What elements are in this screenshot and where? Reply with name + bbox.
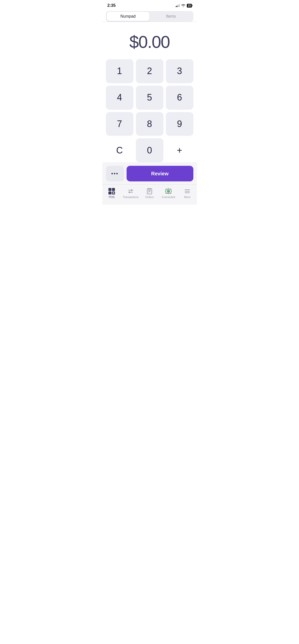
key-6[interactable]: 6 (166, 86, 193, 110)
key-0[interactable]: 0 (136, 138, 163, 162)
key-4[interactable]: 4 (106, 86, 133, 110)
key-plus[interactable]: + (166, 138, 193, 162)
key-2[interactable]: 2 (136, 59, 163, 83)
wifi-icon (181, 4, 185, 7)
nav-label-orders: Orders (145, 196, 154, 199)
key-3[interactable]: 3 (166, 59, 193, 83)
numpad-row-2: 4 5 6 (106, 86, 193, 110)
numpad-row-3: 7 8 9 (106, 112, 193, 136)
numpad-row-1: 1 2 3 (106, 59, 193, 83)
key-1[interactable]: 1 (106, 59, 133, 83)
more-icon (184, 188, 191, 195)
review-button[interactable]: Review (127, 166, 193, 181)
status-icons: 23 (176, 4, 192, 8)
numpad-row-4: C 0 + (106, 138, 193, 162)
key-8[interactable]: 8 (136, 112, 163, 136)
status-time: 2:35 (107, 3, 116, 8)
transactions-icon (127, 188, 134, 195)
tab-numpad[interactable]: Numpad (107, 12, 150, 21)
signal-icon (176, 4, 180, 7)
amount-value: $0.00 (129, 32, 170, 51)
pos-icon (108, 188, 115, 195)
key-7[interactable]: 7 (106, 112, 133, 136)
status-bar: 2:35 23 (102, 0, 197, 10)
key-9[interactable]: 9 (166, 112, 193, 136)
key-clear[interactable]: C (106, 138, 133, 162)
nav-item-transactions[interactable]: Transactions (121, 187, 140, 200)
orders-icon (146, 188, 153, 195)
nav-item-pos[interactable]: POS (102, 187, 121, 200)
nav-item-connected[interactable]: Connected (159, 187, 178, 200)
nav-label-more: More (184, 196, 190, 199)
nav-label-transactions: Transactions (123, 196, 139, 199)
tab-items[interactable]: Items (150, 12, 193, 21)
tab-switcher: Numpad Items (106, 11, 193, 22)
svg-rect-0 (147, 189, 152, 194)
key-5[interactable]: 5 (136, 86, 163, 110)
amount-display: $0.00 (102, 22, 197, 59)
nav-label-connected: Connected (162, 196, 175, 199)
svg-point-3 (168, 191, 169, 192)
nav-item-orders[interactable]: Orders (140, 187, 159, 200)
action-row: ••• Review (102, 162, 197, 184)
battery-icon: 23 (187, 4, 192, 8)
connected-icon (165, 188, 172, 195)
bottom-nav: POS Transactions Orders (102, 184, 197, 205)
numpad: 1 2 3 4 5 6 7 8 9 C 0 + (102, 59, 197, 162)
more-options-button[interactable]: ••• (106, 166, 124, 181)
nav-item-more[interactable]: More (178, 187, 197, 200)
nav-label-pos: POS (109, 196, 114, 199)
